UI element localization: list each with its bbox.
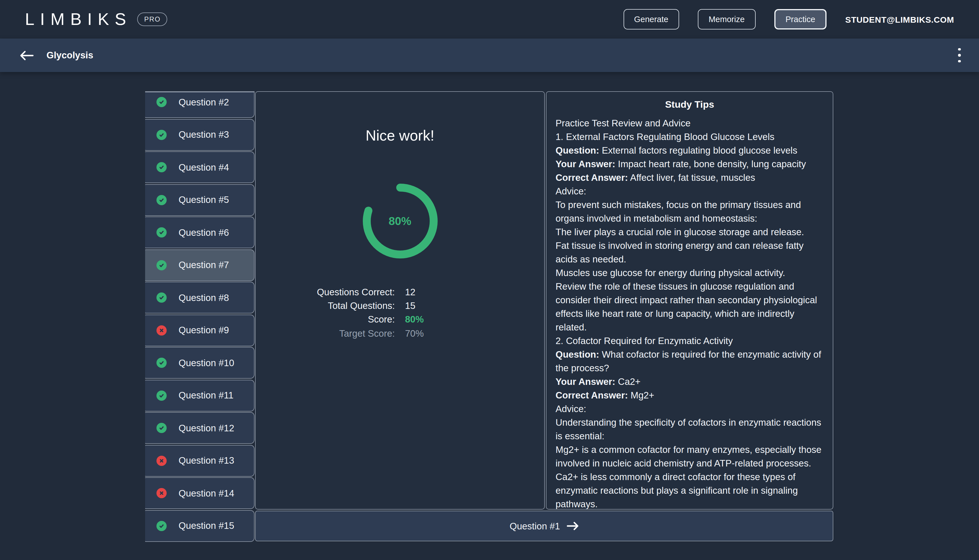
check-icon	[157, 260, 167, 270]
top-actions: GenerateMemorizePractice STUDENT@LIMBIKS…	[623, 9, 954, 30]
study-tip-line: Correct Answer: Mg2+	[555, 388, 824, 402]
question-label: Question #5	[178, 194, 229, 205]
top-bar: LIMBIKS PRO GenerateMemorizePractice STU…	[0, 0, 979, 38]
stat-label: Score:	[256, 313, 400, 326]
generate-button[interactable]: Generate	[623, 9, 679, 30]
study-tip-line: Question: External factors regulating bl…	[555, 143, 824, 157]
check-icon	[157, 130, 167, 140]
question-label: Question #7	[178, 260, 229, 270]
stat-label: Target Score:	[256, 326, 400, 340]
x-icon	[157, 488, 167, 498]
stat-value: 12	[400, 285, 544, 299]
study-tip-line: The liver plays a crucial role in glucos…	[555, 225, 824, 238]
question-list-item[interactable]: Question #4	[145, 151, 255, 183]
question-list-item[interactable]: Question #7	[145, 249, 255, 281]
stat-row: Score: 80%	[256, 313, 544, 326]
check-icon	[157, 521, 167, 531]
question-list: Question #2 Question #3 Question #4 Ques…	[145, 91, 255, 542]
question-list-item[interactable]: Question #13	[145, 445, 255, 477]
kebab-vertical-icon	[958, 48, 961, 50]
score-donut-label: 80%	[357, 178, 442, 263]
study-tip-line: Advice:	[555, 184, 824, 198]
question-label: Question #2	[178, 97, 229, 107]
question-label: Question #9	[178, 325, 229, 335]
check-icon	[157, 390, 167, 400]
check-icon	[157, 162, 167, 172]
pro-badge: PRO	[137, 12, 167, 26]
kebab-menu-button[interactable]	[955, 45, 964, 66]
study-tip-line: Correct Answer: Affect liver, fat tissue…	[555, 171, 824, 184]
study-tips-body: Practice Test Review and Advice1. Extern…	[547, 116, 833, 510]
question-label: Question #8	[178, 292, 229, 303]
study-tip-line: Muscles use glucose for energy during ph…	[555, 266, 824, 280]
results-title: Nice work!	[366, 127, 435, 145]
question-list-item[interactable]: Question #10	[145, 347, 255, 378]
stat-label: Questions Correct:	[256, 285, 400, 299]
study-tip-line: Mg2+ is a common cofactor for many enzym…	[555, 443, 824, 470]
top-nav-buttons: GenerateMemorizePractice	[623, 9, 827, 30]
question-list-item[interactable]: Question #12	[145, 412, 255, 444]
study-tip-line: Your Answer: Ca2+	[555, 375, 824, 388]
study-tip-line: Your Answer: Impact heart rate, bone den…	[555, 157, 824, 171]
study-tip-line: Advice:	[555, 402, 824, 415]
study-tip-line: Ca2+ is less commonly a direct cofactor …	[555, 470, 824, 510]
check-icon	[157, 227, 167, 237]
stat-label: Total Questions:	[256, 299, 400, 312]
results-panel: Nice work! 80% Questions Correct: 12 Tot…	[255, 91, 545, 510]
sub-nav: Glycolysis	[0, 38, 979, 72]
study-tip-line: 2. Cofactor Required for Enzymatic Activ…	[555, 334, 824, 347]
score-donut: 80%	[357, 178, 442, 263]
arrow-right-icon	[567, 522, 579, 530]
study-tip-line: Practice Test Review and Advice	[555, 116, 824, 130]
question-label: Question #3	[178, 129, 229, 140]
memorize-button[interactable]: Memorize	[698, 9, 756, 30]
question-list-item[interactable]: Question #14	[145, 477, 255, 509]
score-stats: Questions Correct: 12 Total Questions: 1…	[256, 285, 544, 340]
user-email[interactable]: STUDENT@LIMBIKS.COM	[845, 15, 954, 24]
deck-title: Glycolysis	[47, 50, 93, 61]
stat-value: 80%	[400, 313, 544, 326]
check-icon	[157, 358, 167, 368]
question-list-item[interactable]: Question #2	[145, 91, 255, 118]
stat-value: 15	[400, 299, 544, 312]
practice-button[interactable]: Practice	[774, 9, 827, 30]
stat-row: Questions Correct: 12	[256, 285, 544, 299]
question-label: Question #10	[178, 357, 234, 368]
x-icon	[157, 325, 167, 335]
check-icon	[157, 97, 167, 107]
question-label: Question #14	[178, 488, 234, 498]
x-icon	[157, 455, 167, 466]
question-list-item[interactable]: Question #3	[145, 119, 255, 150]
question-list-item[interactable]: Question #15	[145, 510, 255, 542]
study-tip-line: 1. External Factors Regulating Blood Glu…	[555, 130, 824, 143]
stat-value: 70%	[400, 326, 544, 340]
back-button[interactable]	[17, 47, 36, 63]
question-label: Question #6	[178, 227, 229, 238]
study-tips-title: Study Tips	[547, 99, 833, 110]
question-label: Question #11	[178, 390, 233, 401]
next-question-button[interactable]: Question #1	[255, 511, 833, 541]
question-label: Question #15	[178, 520, 234, 531]
question-list-item[interactable]: Question #5	[145, 184, 255, 216]
question-label: Question #13	[178, 455, 234, 466]
question-list-item[interactable]: Question #9	[145, 314, 255, 346]
question-list-item[interactable]: Question #6	[145, 217, 255, 248]
question-label: Question #12	[178, 423, 234, 433]
app-logo: LIMBIKS	[25, 10, 132, 29]
study-tip-line: Question: What cofactor is required for …	[555, 347, 824, 375]
question-list-inner: Question #2 Question #3 Question #4 Ques…	[145, 91, 255, 542]
app: LIMBIKS PRO GenerateMemorizePractice STU…	[0, 0, 979, 560]
question-label: Question #4	[178, 162, 229, 173]
study-tip-line: To prevent such mistakes, focus on the p…	[555, 198, 824, 225]
arrow-left-icon	[19, 50, 34, 61]
check-icon	[157, 195, 167, 205]
check-icon	[157, 292, 167, 303]
study-tip-line: Review the role of these tissues in gluc…	[555, 280, 824, 334]
next-question-label: Question #1	[510, 521, 560, 532]
study-tip-line: Fat tissue is involved in storing energy…	[555, 238, 824, 266]
study-tip-line: Understanding the specificity of cofacto…	[555, 415, 824, 443]
question-list-item[interactable]: Question #8	[145, 282, 255, 313]
stat-row: Total Questions: 15	[256, 299, 544, 312]
question-list-item[interactable]: Question #11	[145, 380, 255, 411]
study-tips-panel: Study Tips Practice Test Review and Advi…	[546, 91, 833, 510]
